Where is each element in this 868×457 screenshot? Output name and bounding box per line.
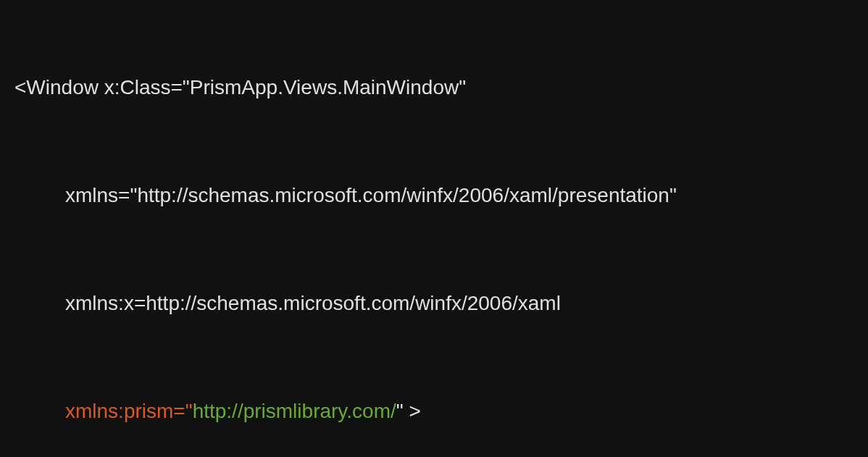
code-line-1: <Window x:Class="PrismApp.Views.MainWind… <box>14 75 854 101</box>
code-line-4: xmlns:prism="http://prismlibrary.com/" > <box>14 398 854 424</box>
xmlns-x-attr: xmlns:x=http://schemas.microsoft.com/win… <box>65 292 561 314</box>
xmlns-prism-attr-close: " > <box>396 400 421 422</box>
xmlns-prism-attr-name: xmlns:prism=" <box>65 400 193 422</box>
xmlns-attr: xmlns="http://schemas.microsoft.com/winf… <box>65 184 677 206</box>
code-line-3: xmlns:x=http://schemas.microsoft.com/win… <box>14 290 854 316</box>
window-open-tag: <Window x:Class="PrismApp.Views.MainWind… <box>14 76 466 98</box>
xmlns-prism-attr-value: http://prismlibrary.com/ <box>193 400 396 422</box>
xaml-code-block: <Window x:Class="PrismApp.Views.MainWind… <box>14 22 854 457</box>
code-line-2: xmlns="http://schemas.microsoft.com/winf… <box>14 183 854 209</box>
